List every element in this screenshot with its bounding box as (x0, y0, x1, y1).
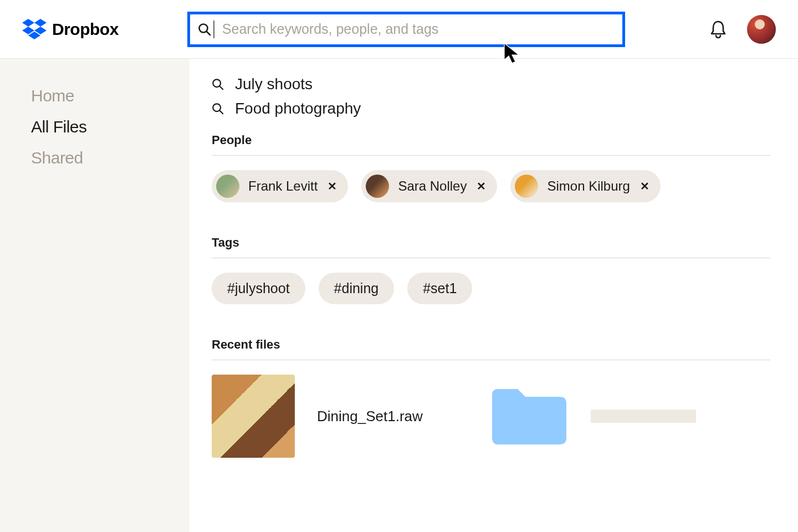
remove-icon[interactable]: ✕ (640, 180, 649, 193)
sidebar-item-home[interactable]: Home (31, 86, 190, 105)
sidebar: Home All Files Shared (0, 59, 190, 532)
suggestion-label: July shoots (235, 75, 313, 93)
person-name: Simon Kilburg (547, 178, 630, 194)
person-avatar (216, 175, 239, 198)
recent-files-row: Dining_Set1.raw (212, 375, 770, 458)
bell-icon[interactable] (709, 20, 727, 39)
person-name: Sara Nolley (398, 178, 467, 194)
tag-chip[interactable]: #set1 (407, 273, 472, 304)
text-cursor (213, 21, 214, 38)
search-input[interactable] (222, 21, 615, 37)
main-content: July shoots Food photography People Fran… (190, 59, 798, 532)
svg-line-10 (220, 111, 223, 114)
tag-chip[interactable]: #julyshoot (212, 273, 305, 304)
search-icon (212, 103, 224, 115)
search-suggestion[interactable]: July shoots (212, 75, 770, 93)
people-section-title: People (212, 133, 770, 156)
header: Dropbox (0, 0, 798, 59)
person-chip[interactable]: Simon Kilburg ✕ (510, 170, 660, 202)
sidebar-item-shared[interactable]: Shared (31, 149, 190, 167)
user-avatar[interactable] (747, 15, 776, 44)
search-icon (212, 78, 224, 90)
search-icon (198, 23, 211, 36)
people-chips: Frank Levitt ✕ Sara Nolley ✕ Simon Kilbu… (212, 170, 770, 202)
brand-logo[interactable]: Dropbox (22, 19, 119, 40)
remove-icon[interactable]: ✕ (328, 180, 337, 193)
recent-section-title: Recent files (212, 337, 770, 360)
person-chip[interactable]: Sara Nolley ✕ (361, 170, 497, 202)
brand-name: Dropbox (52, 20, 119, 39)
file-thumbnail[interactable] (212, 375, 295, 458)
suggestion-label: Food photography (235, 100, 361, 117)
svg-marker-1 (34, 19, 47, 27)
folder-icon[interactable] (489, 386, 569, 447)
tag-chips: #julyshoot #dining #set1 (212, 273, 770, 304)
sidebar-item-all-files[interactable]: All Files (31, 117, 190, 136)
svg-line-8 (220, 86, 223, 90)
search-box[interactable] (187, 12, 625, 47)
svg-marker-0 (22, 19, 34, 27)
placeholder-label (591, 410, 696, 423)
search-suggestion[interactable]: Food photography (212, 100, 770, 117)
file-name[interactable]: Dining_Set1.raw (317, 408, 467, 425)
tags-section-title: Tags (212, 236, 770, 258)
svg-line-6 (207, 32, 210, 35)
tag-chip[interactable]: #dining (319, 273, 395, 304)
person-avatar (515, 175, 538, 198)
person-name: Frank Levitt (248, 178, 318, 194)
person-chip[interactable]: Frank Levitt ✕ (212, 170, 348, 202)
remove-icon[interactable]: ✕ (477, 180, 486, 193)
person-avatar (366, 175, 389, 198)
header-actions (709, 15, 776, 44)
dropbox-icon (22, 19, 47, 40)
